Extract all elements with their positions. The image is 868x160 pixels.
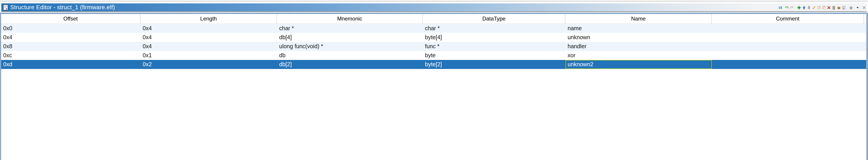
duplicate-multiple-icon[interactable] (822, 6, 826, 10)
clear-icon[interactable] (812, 6, 816, 10)
duplicate-icon[interactable] (817, 6, 821, 10)
table-row[interactable]: 0x80x4ulong func(void) *func *handler (1, 42, 868, 51)
titlebar-toolbar: []S (777, 3, 866, 12)
table-row[interactable]: 0xd0x2db[2]byte[2]unknown2 (1, 60, 868, 69)
edit-component-icon[interactable]: S (842, 6, 846, 10)
redo-icon[interactable] (790, 6, 794, 10)
cell-mnemonic[interactable]: db[2] (277, 60, 423, 69)
move-down-icon[interactable] (807, 6, 811, 10)
cell-comment[interactable] (712, 33, 864, 42)
cell-mnemonic[interactable]: db[4] (277, 33, 423, 42)
delete-icon[interactable] (827, 6, 831, 10)
column-header-mnemonic[interactable]: Mnemonic (277, 14, 423, 24)
cell-offset[interactable]: 0xd (1, 60, 141, 69)
cell-comment[interactable] (712, 42, 864, 51)
cell-datatype[interactable]: func * (423, 42, 565, 51)
svg-text:S: S (843, 7, 844, 9)
create-array-icon[interactable]: [] (832, 6, 836, 10)
cell-name[interactable]: xor (565, 51, 712, 60)
move-up-icon[interactable] (802, 6, 806, 10)
cell-datatype[interactable]: byte[4] (423, 33, 565, 42)
unpackage-icon[interactable] (837, 6, 841, 10)
structure-editor-icon: s (3, 4, 8, 10)
cell-name[interactable]: name (565, 24, 712, 33)
window-top-edge (0, 0, 868, 3)
structure-table-area: OffsetLengthMnemonicDataTypeNameComment … (0, 13, 868, 160)
cell-comment[interactable] (712, 24, 864, 33)
cell-name[interactable]: handler (565, 42, 712, 51)
cell-comment[interactable] (712, 51, 864, 60)
cell-offset[interactable]: 0xc (1, 51, 141, 60)
add-icon[interactable] (797, 6, 801, 10)
column-header-comment[interactable]: Comment (712, 14, 864, 24)
svg-text:s: s (6, 7, 7, 10)
cell-name[interactable]: unknown (565, 33, 712, 42)
cell-mnemonic[interactable]: char * (277, 24, 423, 33)
table-body[interactable]: 0x00x4char *char *name0x40x4db[4]byte[4]… (1, 24, 868, 69)
cell-length[interactable]: 0x2 (141, 60, 277, 69)
window-title: Structure Editor - struct_1 (firmware.el… (10, 4, 115, 11)
cell-offset[interactable]: 0x0 (1, 24, 141, 33)
cell-length[interactable]: 0x1 (141, 51, 277, 60)
cell-comment[interactable] (712, 60, 864, 69)
table-header: OffsetLengthMnemonicDataTypeNameComment (1, 14, 868, 24)
table-row[interactable]: 0x40x4db[4]byte[4]unknown (1, 33, 868, 42)
table-row[interactable]: 0x00x4char *char *name (1, 24, 868, 33)
cell-mnemonic[interactable]: ulong func(void) * (277, 42, 423, 51)
cell-offset[interactable]: 0x8 (1, 42, 141, 51)
column-header-datatype[interactable]: DataType (423, 14, 565, 24)
cell-offset[interactable]: 0x4 (1, 33, 141, 42)
home-icon[interactable] (849, 6, 853, 10)
close-icon[interactable] (862, 6, 866, 10)
column-header-name[interactable]: Name (565, 14, 712, 24)
cell-datatype[interactable]: byte (423, 51, 565, 60)
save-icon[interactable] (778, 6, 782, 10)
undo-icon[interactable] (785, 6, 789, 10)
cell-datatype[interactable]: byte[2] (423, 60, 565, 69)
cell-datatype[interactable]: char * (423, 24, 565, 33)
table-row[interactable]: 0xc0x1dbbytexor (1, 51, 868, 60)
menu-caret-icon[interactable] (856, 6, 860, 10)
column-header-length[interactable]: Length (141, 14, 277, 24)
cell-length[interactable]: 0x4 (141, 33, 277, 42)
structure-editor-window: s Structure Editor - struct_1 (firmware.… (0, 0, 868, 160)
cell-length[interactable]: 0x4 (141, 24, 277, 33)
cell-name[interactable]: unknown2 (565, 60, 712, 69)
cell-length[interactable]: 0x4 (141, 42, 277, 51)
window-right-edge (866, 13, 868, 160)
titlebar[interactable]: s Structure Editor - struct_1 (firmware.… (1, 3, 867, 12)
cell-mnemonic[interactable]: db (277, 51, 423, 60)
column-header-offset[interactable]: Offset (1, 14, 141, 24)
